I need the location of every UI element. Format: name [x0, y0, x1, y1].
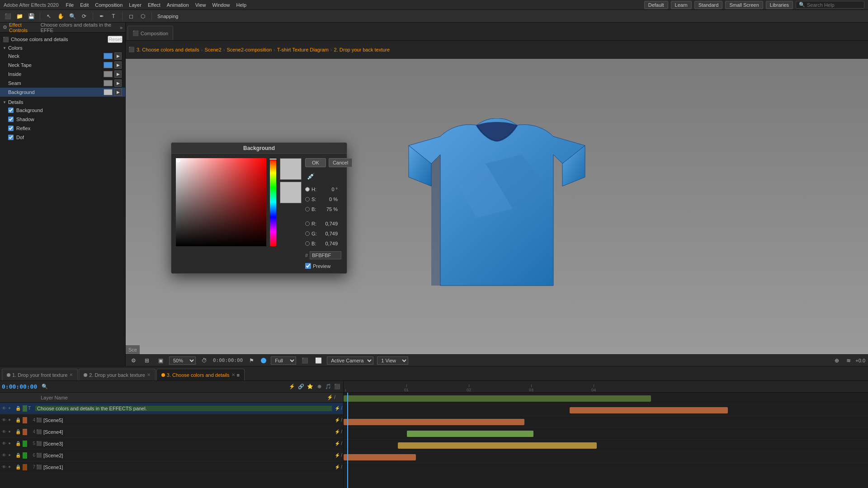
layer-2-solo[interactable]: ● [8, 429, 14, 435]
breadcrumb-item-3[interactable]: Scene2-composition [226, 47, 272, 52]
libraries-btn[interactable]: Libraries [766, 1, 793, 9]
shadow-checkbox[interactable] [8, 117, 14, 122]
cancel-button[interactable]: Cancel [329, 158, 352, 167]
colors-section-header[interactable]: ▼ Colors [0, 44, 125, 52]
viewport-reset-btn[interactable]: ⏱ [199, 356, 209, 366]
layer-row-3[interactable]: 👁 ● 🔒 5 ⬛ [Scene3] ⚡ / [0, 438, 343, 450]
region-btn[interactable]: ⬛ [300, 356, 310, 366]
neck-swatch[interactable] [104, 53, 113, 59]
layer-0-visibility[interactable]: 👁 [1, 405, 7, 412]
preview-checkbox[interactable] [305, 263, 311, 269]
layer-4-lock[interactable]: 🔒 [15, 453, 22, 458]
neck-tape-color-btn[interactable]: ▶ [114, 61, 122, 69]
search-input[interactable] [807, 2, 861, 8]
dof-checkbox-row[interactable]: Dof [0, 133, 125, 142]
reflex-checkbox[interactable] [8, 126, 14, 131]
layer-row-0[interactable]: 👁 ● 🔒 T Choose colors and details in the… [0, 403, 343, 414]
layer-row-4[interactable]: 👁 ● 🔒 6 ⬛ [Scene2] ⚡ / [0, 450, 343, 461]
background-color-row[interactable]: Background ▶ [0, 88, 125, 97]
details-section-header[interactable]: ▼ Details [0, 99, 125, 106]
view-quality-select[interactable]: Full Half Third [271, 357, 296, 365]
small-screen-btn[interactable]: Small Screen [725, 1, 763, 9]
layer-0-switch-2[interactable]: / [341, 406, 342, 411]
color-picker-dialog[interactable]: Background [171, 142, 347, 274]
tl-ctrl-3[interactable]: ⭐ [306, 383, 314, 391]
hue-slider[interactable] [270, 158, 276, 246]
standard-btn[interactable]: Standard [694, 1, 723, 9]
viewport-settings-btn[interactable]: ⚙ [128, 356, 138, 366]
reset-button[interactable]: Reset [108, 36, 123, 43]
bg-checkbox[interactable] [8, 108, 14, 113]
layer-1-solo[interactable]: ● [8, 417, 14, 423]
learn-btn[interactable]: Learn [671, 1, 692, 9]
seam-swatch[interactable] [104, 80, 113, 86]
inside-swatch[interactable] [104, 71, 113, 77]
timeline-tab-3[interactable]: 3. Choose colors and details ✕ ≡ [156, 369, 245, 380]
layer-0-lock[interactable]: 🔒 [15, 406, 22, 411]
layer-4-switch-2[interactable]: / [341, 453, 342, 458]
reflex-checkbox-row[interactable]: Reflex [0, 124, 125, 133]
neck-tape-swatch[interactable] [104, 62, 113, 68]
dof-checkbox[interactable] [8, 135, 14, 140]
select-tool[interactable]: ↖ [44, 11, 54, 21]
view-mode-select[interactable]: 1 View 2 Views [377, 357, 408, 365]
default-btn[interactable]: Default [644, 1, 668, 9]
search-bar[interactable]: 🔍 [796, 1, 864, 9]
layer-1-visibility[interactable]: 👁 [1, 417, 7, 423]
layer-3-solo[interactable]: ● [8, 441, 14, 447]
timeline-tab-1-close[interactable]: ✕ [69, 372, 73, 377]
rgb-g-radio[interactable] [305, 231, 310, 236]
layer-4-visibility[interactable]: 👁 [1, 452, 7, 459]
layer-5-visibility[interactable]: 👁 [1, 464, 7, 470]
tab-composition[interactable]: ⬛ Composition [127, 26, 173, 40]
tl-ctrl-6[interactable]: ⬛ [333, 383, 341, 391]
menu-help[interactable]: Help [236, 2, 247, 8]
timeline-tab-2[interactable]: 2. Drop your back texture ✕ [79, 369, 156, 380]
breadcrumb-item-5[interactable]: 2. Drop your back texture [334, 47, 390, 52]
menu-animation[interactable]: Animation [167, 2, 189, 8]
neck-color-row[interactable]: Neck ▶ [0, 52, 125, 61]
menu-file[interactable]: File [66, 2, 74, 8]
layer-3-visibility[interactable]: 👁 [1, 441, 7, 447]
timeline-tab-3-menu[interactable]: ≡ [237, 372, 240, 378]
neck-color-btn[interactable]: ▶ [114, 52, 122, 60]
bg-checkbox-row[interactable]: Background [0, 106, 125, 115]
shape-tool[interactable]: ◻ [126, 11, 136, 21]
breadcrumb-item-4[interactable]: T-shirt Texture Diagram [277, 47, 329, 52]
layer-5-lock[interactable]: 🔒 [15, 465, 22, 469]
save-btn[interactable]: 💾 [26, 11, 36, 21]
layer-3-switch-2[interactable]: / [341, 441, 342, 446]
layer-1-lock[interactable]: 🔒 [15, 418, 22, 422]
zoom-tool[interactable]: 🔍 [67, 11, 77, 21]
seam-color-row[interactable]: Seam ▶ [0, 79, 125, 88]
hsb-s-radio[interactable] [305, 197, 310, 202]
menu-effect[interactable]: Effect [148, 2, 160, 8]
shadow-checkbox-row[interactable]: Shadow [0, 115, 125, 124]
hsb-h-radio[interactable] [305, 187, 310, 192]
layer-row-1[interactable]: 👁 ● 🔒 4 ⬛ [Scene5] ⚡ / [0, 414, 343, 426]
menu-window[interactable]: Window [212, 2, 230, 8]
hsb-b-radio[interactable] [305, 207, 310, 211]
text-tool[interactable]: T [108, 11, 118, 21]
viewport-safe-btn[interactable]: ▣ [156, 356, 165, 366]
motion-blur-btn[interactable]: ≋ [844, 356, 854, 366]
rgb-b-radio[interactable] [305, 241, 310, 246]
tl-ctrl-1[interactable]: ⚡ [288, 383, 296, 391]
menu-composition[interactable]: Composition [95, 2, 123, 8]
seam-color-btn[interactable]: ▶ [114, 80, 122, 87]
transparency-btn[interactable]: ⬜ [313, 356, 323, 366]
layer-2-switch-1[interactable]: ⚡ [335, 429, 340, 434]
layer-row-5[interactable]: 👁 ● 🔒 7 ⬛ [Scene1] ⚡ / [0, 461, 343, 473]
camera-select[interactable]: Active Camera [327, 357, 373, 365]
new-comp-btn[interactable]: ⬛ [3, 11, 13, 21]
tl-ctrl-2[interactable]: 🔗 [297, 383, 305, 391]
render-btn[interactable]: ⚑ [246, 356, 256, 366]
layer-4-solo[interactable]: ● [8, 452, 14, 459]
inside-color-btn[interactable]: ▶ [114, 70, 122, 78]
snap-btn[interactable]: ⊕ [832, 356, 842, 366]
layer-1-switch-2[interactable]: / [341, 418, 342, 422]
layer-4-switch-1[interactable]: ⚡ [335, 453, 340, 458]
open-btn[interactable]: 📁 [14, 11, 24, 21]
pen-tool[interactable]: ✒ [97, 11, 107, 21]
panel-expand-icon[interactable]: » [120, 25, 123, 30]
